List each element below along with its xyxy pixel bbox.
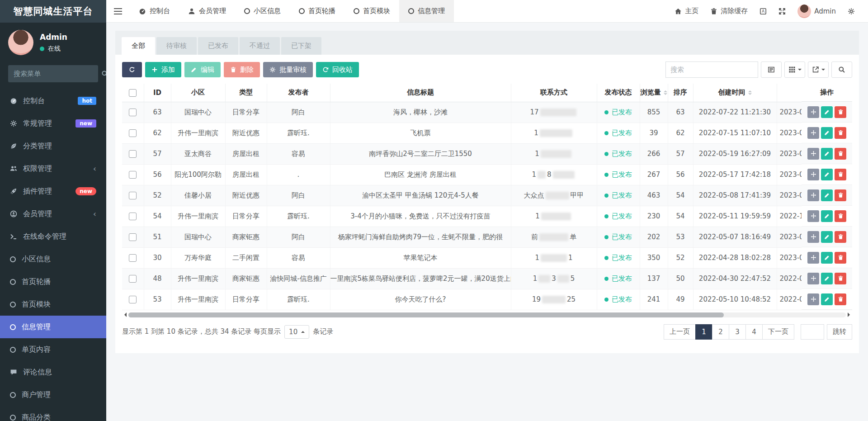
sidebar-item-category[interactable]: 分类管理 — [0, 135, 106, 157]
drag-row-button[interactable] — [807, 231, 819, 243]
edit-row-button[interactable] — [821, 127, 833, 139]
delete-row-button[interactable] — [835, 210, 846, 222]
sidebar-item-home-module[interactable]: 首页模块 — [0, 293, 106, 316]
clear-cache-button[interactable]: 清除缓存 — [704, 0, 754, 23]
tab-published[interactable]: 已发布 — [198, 37, 238, 55]
edit-row-button[interactable] — [821, 106, 833, 118]
row-checkbox[interactable] — [129, 275, 137, 283]
topnav-item-member[interactable]: 会员管理 — [179, 0, 235, 22]
detail-view-button[interactable] — [761, 61, 782, 78]
topnav-item-dashboard[interactable]: 控制台 — [130, 0, 179, 22]
jump-page-input[interactable] — [801, 324, 824, 340]
sort-icon[interactable] — [664, 89, 667, 97]
page-button-3[interactable]: 3 — [729, 324, 746, 340]
prev-page-button[interactable]: 上一页 — [664, 324, 696, 340]
delete-button[interactable]: 删除 — [224, 62, 260, 77]
drag-row-button[interactable] — [807, 293, 819, 305]
topnav-item-module[interactable]: 首页模块 — [344, 0, 399, 22]
language-button[interactable]: A — [754, 0, 773, 23]
table-search-input[interactable] — [665, 61, 758, 78]
drag-row-button[interactable] — [807, 127, 819, 139]
edit-row-button[interactable] — [821, 231, 833, 243]
sidebar-item-message-manage[interactable]: 信息管理 — [0, 316, 106, 338]
sidebar-item-addon[interactable]: 插件管理new — [0, 180, 106, 203]
sidebar-item-command[interactable]: 在线命令管理 — [0, 225, 106, 248]
drag-row-button[interactable] — [807, 273, 819, 284]
page-size-select[interactable]: 10 — [284, 325, 309, 339]
scroll-left-icon[interactable] — [122, 312, 127, 317]
row-checkbox[interactable] — [129, 296, 137, 303]
row-checkbox[interactable] — [129, 109, 137, 116]
sidebar-item-goods-category[interactable]: 商品分类 — [0, 406, 106, 421]
page-button-1[interactable]: 1 — [695, 324, 712, 340]
sidebar-item-general[interactable]: 常规管理new — [0, 112, 106, 135]
sidebar-toggle-button[interactable] — [106, 0, 130, 22]
sidebar-item-single-page[interactable]: 单页内容 — [0, 338, 106, 361]
row-checkbox[interactable] — [129, 213, 137, 220]
jump-button[interactable]: 跳转 — [827, 324, 852, 340]
page-button-2[interactable]: 2 — [712, 324, 729, 340]
user-menu[interactable]: Admin — [792, 0, 842, 23]
delete-row-button[interactable] — [835, 252, 846, 264]
delete-row-button[interactable] — [835, 293, 846, 305]
tab-pending[interactable]: 待审核 — [156, 37, 197, 55]
sidebar-item-community-info[interactable]: 小区信息 — [0, 248, 106, 270]
delete-row-button[interactable] — [835, 231, 846, 243]
delete-row-button[interactable] — [835, 169, 846, 180]
delete-row-button[interactable] — [835, 273, 846, 284]
select-all-checkbox[interactable] — [129, 89, 137, 97]
topnav-item-message[interactable]: 信息管理 — [399, 0, 454, 22]
drag-row-button[interactable] — [807, 252, 819, 264]
export-button[interactable] — [808, 61, 829, 78]
edit-button[interactable]: 编辑 — [184, 62, 221, 77]
page-button-4[interactable]: 4 — [745, 324, 763, 340]
scrollbar-track[interactable] — [128, 312, 846, 317]
edit-row-button[interactable] — [821, 252, 833, 264]
edit-row-button[interactable] — [821, 189, 833, 201]
tab-all[interactable]: 全部 — [122, 37, 155, 55]
scrollbar-thumb[interactable] — [128, 312, 724, 317]
sidebar-item-auth[interactable]: 权限管理‹ — [0, 157, 106, 180]
next-page-button[interactable]: 下一页 — [762, 324, 794, 340]
add-button[interactable]: 添加 — [145, 62, 181, 77]
settings-button[interactable] — [842, 0, 861, 23]
row-checkbox[interactable] — [129, 192, 137, 199]
sidebar-item-home-banner[interactable]: 首页轮播 — [0, 270, 106, 293]
row-checkbox[interactable] — [129, 129, 137, 137]
edit-row-button[interactable] — [821, 293, 833, 305]
sort-icon[interactable] — [748, 89, 752, 97]
scroll-right-icon[interactable] — [848, 312, 852, 317]
recycle-bin-button[interactable]: 回收站 — [316, 62, 359, 77]
tab-offline[interactable]: 已下架 — [281, 37, 321, 55]
edit-row-button[interactable] — [821, 169, 833, 180]
batch-audit-button[interactable]: 批量审核 — [263, 62, 313, 77]
row-checkbox[interactable] — [129, 150, 137, 158]
topnav-item-community[interactable]: 小区信息 — [235, 0, 290, 22]
refresh-button[interactable] — [122, 62, 142, 77]
sidebar-item-merchant[interactable]: 商户管理 — [0, 383, 106, 406]
row-checkbox[interactable] — [129, 254, 137, 262]
edit-row-button[interactable] — [821, 148, 833, 160]
delete-row-button[interactable] — [835, 106, 846, 118]
delete-row-button[interactable] — [835, 189, 846, 201]
search-toggle-button[interactable] — [831, 61, 852, 78]
sidebar-item-comment-info[interactable]: 评论信息 — [0, 361, 106, 383]
tab-rejected[interactable]: 不通过 — [240, 37, 280, 55]
drag-row-button[interactable] — [807, 169, 819, 180]
edit-row-button[interactable] — [821, 273, 833, 284]
sidebar-search-input[interactable] — [14, 70, 101, 78]
drag-row-button[interactable] — [807, 210, 819, 222]
fullscreen-button[interactable] — [773, 0, 792, 23]
sidebar-item-member[interactable]: 会员管理‹ — [0, 203, 106, 225]
row-checkbox[interactable] — [129, 171, 137, 179]
delete-row-button[interactable] — [835, 127, 846, 139]
sidebar-item-dashboard[interactable]: 控制台hot — [0, 90, 106, 112]
home-link[interactable]: 主页 — [669, 0, 704, 23]
delete-row-button[interactable] — [835, 148, 846, 160]
drag-row-button[interactable] — [807, 189, 819, 201]
columns-view-button[interactable] — [784, 61, 805, 78]
topnav-item-banner[interactable]: 首页轮播 — [290, 0, 344, 22]
drag-row-button[interactable] — [807, 148, 819, 160]
edit-row-button[interactable] — [821, 210, 833, 222]
row-checkbox[interactable] — [129, 233, 137, 241]
